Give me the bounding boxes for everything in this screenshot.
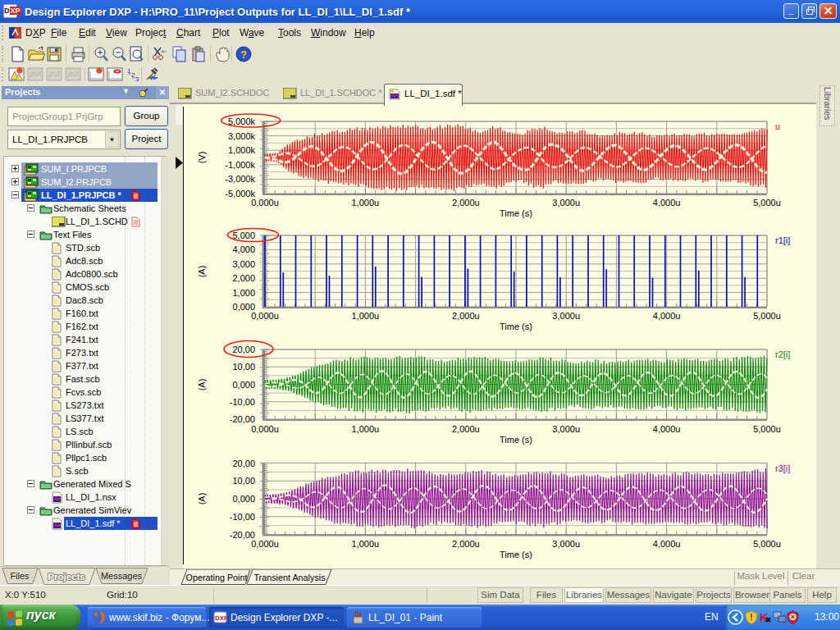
svg-text:u: u (775, 121, 780, 131)
svg-text:r2[i]: r2[i] (775, 349, 790, 359)
svg-text:5,000u: 5,000u (753, 539, 781, 549)
svg-text:-10,00: -10,00 (230, 512, 255, 522)
svg-text:10,00: 10,00 (232, 362, 255, 372)
svg-text:2,000u: 2,000u (452, 311, 480, 321)
svg-text:4,000u: 4,000u (653, 198, 681, 208)
svg-text:2,000u: 2,000u (452, 198, 480, 208)
svg-text:3,000u: 3,000u (552, 539, 580, 549)
svg-text:Messages: Messages (101, 571, 143, 581)
svg-text:5,000k: 5,000k (228, 116, 256, 126)
svg-text:(A): (A) (197, 266, 207, 278)
svg-text:4,000u: 4,000u (653, 539, 681, 549)
svg-text:10,00: 10,00 (232, 476, 255, 486)
svg-text:Time (s): Time (s) (500, 550, 532, 559)
svg-text:?: ? (240, 48, 247, 61)
svg-text:5,000u: 5,000u (753, 311, 781, 321)
svg-text:2,000u: 2,000u (452, 539, 480, 549)
svg-text:Time (s): Time (s) (500, 208, 532, 218)
svg-text:K: K (760, 610, 769, 624)
svg-text:3,000u: 3,000u (552, 311, 580, 321)
svg-text:-1,000k: -1,000k (225, 160, 255, 170)
svg-text:4,000u: 4,000u (653, 311, 681, 321)
svg-text:Projects: Projects (48, 572, 84, 582)
svg-text:1,000u: 1,000u (352, 311, 380, 321)
svg-text:3,000k: 3,000k (228, 131, 256, 141)
svg-text:0,000u: 0,000u (251, 539, 279, 549)
svg-text:5,000u: 5,000u (753, 424, 781, 434)
svg-text:2,000: 2,000 (232, 273, 255, 283)
svg-text:3,000u: 3,000u (552, 198, 580, 208)
svg-text:1,000u: 1,000u (352, 424, 380, 434)
svg-text:20,00: 20,00 (232, 345, 255, 354)
svg-text:!: ! (750, 613, 752, 622)
svg-text:(V): (V) (197, 152, 207, 164)
svg-text:-10,00: -10,00 (230, 397, 255, 407)
svg-text:5,000u: 5,000u (753, 198, 781, 208)
svg-text:-3,000k: -3,000k (225, 174, 255, 184)
svg-text:20,00: 20,00 (232, 459, 255, 468)
svg-text:5,000: 5,000 (232, 231, 255, 240)
svg-text:DXP: DXP (215, 614, 227, 622)
svg-text:3,000: 3,000 (232, 259, 255, 269)
svg-text:-20,00: -20,00 (230, 414, 255, 424)
svg-text:0,000u: 0,000u (251, 198, 279, 208)
svg-text:0,000u: 0,000u (251, 311, 279, 321)
svg-text:4,000u: 4,000u (653, 424, 681, 434)
svg-text:3,000u: 3,000u (552, 424, 580, 434)
svg-text:(A): (A) (197, 493, 207, 505)
svg-text:0,000: 0,000 (232, 494, 255, 504)
svg-text:(A): (A) (197, 379, 207, 391)
svg-text:0,000u: 0,000u (251, 424, 279, 434)
svg-text:-20,00: -20,00 (230, 530, 255, 540)
svg-text:2,000u: 2,000u (452, 424, 480, 434)
svg-text:r3[i]: r3[i] (775, 463, 790, 473)
svg-text:1,000u: 1,000u (352, 539, 380, 549)
svg-text:r1[i]: r1[i] (775, 235, 790, 245)
svg-text:0,000: 0,000 (232, 380, 255, 390)
svg-text:Files: Files (10, 571, 30, 581)
svg-text:1,000u: 1,000u (352, 198, 380, 208)
svg-text:1,000: 1,000 (232, 288, 255, 298)
svg-text:Time (s): Time (s) (500, 435, 532, 445)
svg-text:Operating Point: Operating Point (185, 573, 247, 582)
svg-text:1,000k: 1,000k (228, 145, 256, 155)
svg-text:4,000: 4,000 (232, 244, 255, 254)
svg-text:Time (s): Time (s) (500, 322, 532, 331)
svg-text:Transient Analysis: Transient Analysis (253, 573, 326, 582)
